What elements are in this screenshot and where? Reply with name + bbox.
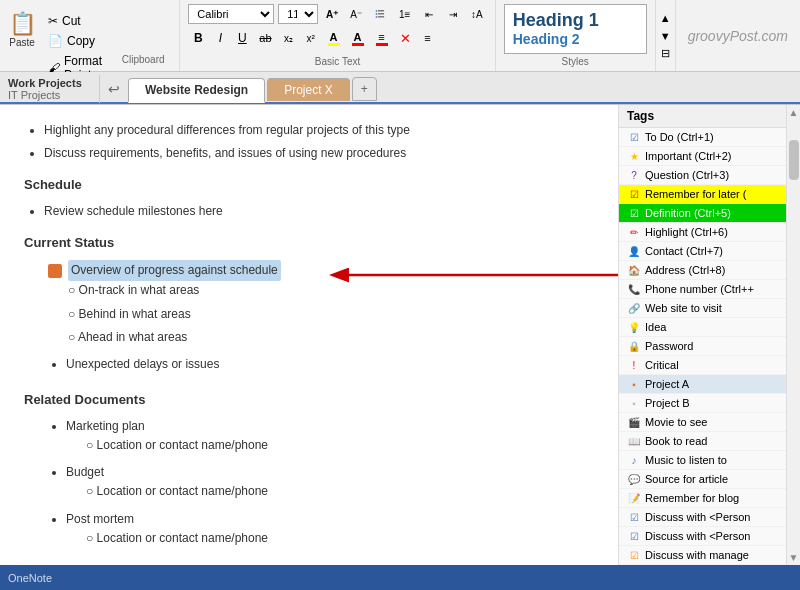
- tab-website-redesign[interactable]: Website Redesign: [128, 78, 265, 103]
- paste-button[interactable]: 📋 Paste: [4, 8, 40, 53]
- tab-add-button[interactable]: +: [352, 77, 377, 101]
- styles-scroll-down[interactable]: ▼: [656, 27, 675, 45]
- tag-item[interactable]: 💡Idea: [619, 318, 786, 337]
- format-row: B I U ab x₂ x² A A ≡ ✕ ≡: [188, 28, 486, 48]
- tag-icon: 🔒: [627, 339, 641, 353]
- heading2-style[interactable]: Heading 2: [513, 31, 638, 48]
- svg-rect-3: [378, 13, 384, 14]
- tag-item[interactable]: ?Question (Ctrl+3): [619, 166, 786, 185]
- tag-item[interactable]: ☑Discuss with <Person: [619, 527, 786, 546]
- tag-item[interactable]: 🔗Web site to visit: [619, 299, 786, 318]
- tag-item[interactable]: ☑Discuss with manage: [619, 546, 786, 565]
- tag-icon: ✏: [627, 225, 641, 239]
- tag-label: Phone number (Ctrl++: [645, 283, 754, 295]
- marketing-label: Marketing plan: [66, 419, 145, 433]
- tag-label: Movie to see: [645, 416, 707, 428]
- tag-icon: 💬: [627, 472, 641, 486]
- tag-icon: ☑: [627, 206, 641, 220]
- tag-item[interactable]: 🔒Password: [619, 337, 786, 356]
- scroll-thumb[interactable]: [789, 140, 799, 180]
- overview-sub-bullets: On-track in what areas Behind in what ar…: [68, 281, 594, 347]
- numbering-button[interactable]: 1≡: [395, 4, 415, 24]
- font-size-select[interactable]: 11: [278, 4, 318, 24]
- font-family-select[interactable]: Calibri: [188, 4, 274, 24]
- tag-item[interactable]: 💬Source for article: [619, 470, 786, 489]
- paragraph-sort-button[interactable]: ↕A: [467, 4, 487, 24]
- tag-icon: ♪: [627, 453, 641, 467]
- tag-icon: 🎬: [627, 415, 641, 429]
- main-area: Highlight any procedural differences fro…: [0, 105, 800, 565]
- unexpected-item: Unexpected delays or issues: [66, 355, 594, 374]
- tag-icon: 👤: [627, 244, 641, 258]
- styles-expand[interactable]: ⊟: [656, 45, 675, 63]
- tag-item[interactable]: !Critical: [619, 356, 786, 375]
- bold-button[interactable]: B: [188, 28, 208, 48]
- tag-item[interactable]: 📞Phone number (Ctrl++: [619, 280, 786, 299]
- tag-label: Discuss with <Person: [645, 530, 750, 542]
- schedule-heading: Schedule: [24, 175, 594, 196]
- undo-button[interactable]: ↩: [100, 77, 128, 101]
- tag-item[interactable]: ☑To Do (Ctrl+1): [619, 128, 786, 147]
- tag-icon: ★: [627, 149, 641, 163]
- tag-item[interactable]: ▪Project B: [619, 394, 786, 413]
- sub-item-ahead: Ahead in what areas: [68, 328, 594, 347]
- highlight-color-button[interactable]: A: [325, 30, 343, 47]
- tags-list: ☑To Do (Ctrl+1)★Important (Ctrl+2)?Quest…: [619, 128, 786, 565]
- tag-item[interactable]: ☑Definition (Ctrl+5): [619, 204, 786, 223]
- tag-item[interactable]: ▪Project A: [619, 375, 786, 394]
- schedule-bullet-1: Review schedule milestones here: [44, 202, 594, 221]
- tag-icon: ?: [627, 168, 641, 182]
- cut-button[interactable]: ✂ Cut: [44, 12, 111, 30]
- increase-indent-button[interactable]: ⇥: [443, 4, 463, 24]
- toolbar-area: 📋 Paste ✂ Cut 📄 Copy 🖌 Format Pai: [0, 0, 800, 105]
- paragraph-color-button[interactable]: ≡: [373, 30, 391, 47]
- tag-icon: 📞: [627, 282, 641, 296]
- scroll-up-button[interactable]: ▲: [787, 105, 800, 120]
- copy-button[interactable]: 📄 Copy: [44, 32, 111, 50]
- bullet-list-button[interactable]: [370, 4, 391, 24]
- italic-button[interactable]: I: [210, 28, 230, 48]
- right-scrollbar[interactable]: ▲ ▼: [786, 105, 800, 565]
- work-projects-section: Work Projects IT Projects: [0, 75, 100, 103]
- tag-item[interactable]: ☑Discuss with <Person: [619, 508, 786, 527]
- tab-project-x[interactable]: Project X: [267, 78, 350, 101]
- font-color-button[interactable]: A: [349, 30, 367, 47]
- tag-item[interactable]: ✏Highlight (Ctrl+6): [619, 223, 786, 242]
- tag-label: Idea: [645, 321, 666, 333]
- tag-item[interactable]: ☑Remember for later (: [619, 185, 786, 204]
- tag-item[interactable]: 🏠Address (Ctrl+8): [619, 261, 786, 280]
- tag-item[interactable]: ♪Music to listen to: [619, 451, 786, 470]
- styles-scroll: ▲ ▼ ⊟: [656, 0, 676, 71]
- watermark-text: groovyPost.com: [688, 28, 788, 44]
- budget-sub: Location or contact name/phone: [86, 482, 594, 501]
- document-content[interactable]: Highlight any procedural differences fro…: [0, 105, 618, 565]
- svg-rect-1: [378, 10, 384, 11]
- tab-bar: Work Projects IT Projects ↩ Website Rede…: [0, 72, 800, 104]
- underline-button[interactable]: U: [232, 28, 252, 48]
- heading1-style[interactable]: Heading 1: [513, 10, 638, 32]
- strikethrough-button[interactable]: ab: [254, 28, 276, 48]
- scroll-down-button[interactable]: ▼: [787, 550, 800, 565]
- tag-label: Project B: [645, 397, 690, 409]
- tag-item[interactable]: ★Important (Ctrl+2): [619, 147, 786, 166]
- svg-rect-0: [376, 10, 378, 12]
- marketing-sub: Location or contact name/phone: [86, 436, 594, 455]
- subscript-button[interactable]: x₂: [279, 28, 299, 48]
- shrink-font-button[interactable]: A⁻: [346, 4, 366, 24]
- decrease-indent-button[interactable]: ⇤: [419, 4, 439, 24]
- cut-icon: ✂: [48, 14, 58, 28]
- grow-font-button[interactable]: A⁺: [322, 4, 342, 24]
- tag-item[interactable]: 📖Book to read: [619, 432, 786, 451]
- styles-scroll-up[interactable]: ▲: [656, 9, 675, 27]
- tag-item[interactable]: 📝Remember for blog: [619, 489, 786, 508]
- sub-item-behind: Behind in what areas: [68, 305, 594, 324]
- tag-item[interactable]: 👤Contact (Ctrl+7): [619, 242, 786, 261]
- clear-format-button[interactable]: ✕: [395, 28, 416, 48]
- tag-item[interactable]: 🎬Movie to see: [619, 413, 786, 432]
- tags-header: Tags: [619, 105, 786, 128]
- superscript-button[interactable]: x²: [301, 28, 321, 48]
- budget-item: Budget Location or contact name/phone: [66, 463, 594, 501]
- justify-left-button[interactable]: ≡: [418, 28, 438, 48]
- tag-icon: ☑: [627, 529, 641, 543]
- current-status-heading: Current Status: [24, 233, 594, 254]
